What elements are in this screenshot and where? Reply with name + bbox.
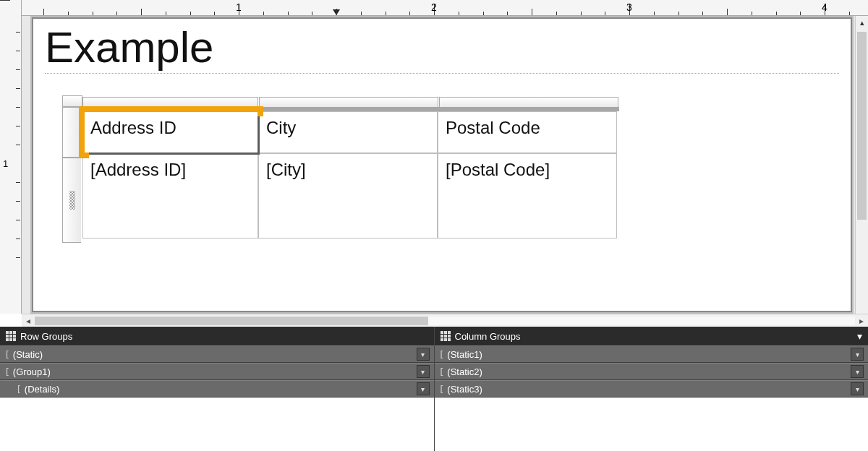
dropdown-icon[interactable]: ▾	[851, 382, 864, 395]
bracket-icon: [	[439, 349, 445, 360]
tablix[interactable]: Address ID City Postal Code [Address ID]…	[62, 95, 619, 239]
dropdown-icon[interactable]: ▾	[851, 365, 864, 378]
scroll-up-icon[interactable]: ▴	[856, 16, 868, 29]
row-group-item[interactable]: [ (Group1) ▾	[0, 363, 434, 380]
row-handle[interactable]	[62, 158, 81, 243]
dropdown-icon[interactable]: ▾	[417, 382, 430, 395]
report-body[interactable]: Example	[33, 19, 851, 311]
row-groups-header[interactable]: Row Groups	[0, 327, 434, 345]
column-group-label: (Static3)	[447, 384, 482, 395]
bracket-icon: [	[16, 384, 22, 395]
column-groups-panel: Column Groups ▾ [ (Static1) ▾ [ (Static2…	[435, 327, 869, 451]
header-cell-city[interactable]: City	[258, 111, 438, 153]
grouping-pane: Row Groups [ (Static) ▾ [ (Group1) ▾ [ (…	[0, 327, 868, 451]
row-group-label: (Static)	[13, 349, 43, 360]
horizontal-ruler: 1234	[22, 0, 868, 16]
row-groups-panel: Row Groups [ (Static) ▾ [ (Group1) ▾ [ (…	[0, 327, 435, 451]
column-groups-header[interactable]: Column Groups ▾	[435, 327, 869, 345]
data-cell-postal-code[interactable]: [Postal Code]	[438, 153, 617, 239]
ruler-label: 2	[431, 1, 437, 13]
header-cell-address-id[interactable]: Address ID	[82, 111, 258, 153]
column-handle[interactable]	[439, 97, 618, 107]
column-group-label: (Static2)	[447, 366, 482, 377]
design-surface[interactable]: Example	[22, 16, 868, 314]
row-group-label: (Group1)	[13, 366, 51, 377]
horizontal-scrollbar[interactable]: ◂ ▸	[22, 314, 868, 327]
row-groups-label: Row Groups	[20, 331, 72, 342]
vruler-label-1: 1	[3, 158, 8, 169]
report-title-textbox[interactable]: Example	[45, 25, 839, 70]
ruler-label: 1	[236, 1, 242, 13]
tablix-corner-handle[interactable]	[62, 95, 82, 107]
dropdown-icon[interactable]: ▾	[417, 365, 430, 378]
grid-icon	[441, 331, 451, 341]
row-group-item[interactable]: [ (Static) ▾	[0, 345, 434, 363]
header-text: Address ID	[90, 118, 176, 137]
bracket-icon: [	[439, 366, 445, 377]
bracket-icon: [	[439, 384, 445, 395]
bracket-icon: [	[4, 349, 10, 360]
panel-menu-icon[interactable]: ▾	[857, 330, 862, 342]
ruler-label: 3	[626, 1, 632, 13]
column-handle[interactable]	[82, 97, 258, 107]
title-divider	[45, 73, 839, 74]
vertical-scrollbar[interactable]: ▴	[855, 16, 868, 314]
row-group-label: (Details)	[25, 384, 59, 395]
dropdown-icon[interactable]: ▾	[417, 348, 430, 361]
scroll-right-icon[interactable]: ▸	[855, 314, 868, 327]
column-group-item[interactable]: [ (Static2) ▾	[435, 363, 869, 380]
scroll-left-icon[interactable]: ◂	[22, 314, 35, 327]
data-cell-address-id[interactable]: [Address ID]	[82, 153, 258, 239]
column-handle[interactable]	[259, 97, 438, 107]
header-cell-postal-code[interactable]: Postal Code	[438, 111, 617, 153]
column-groups-label: Column Groups	[455, 331, 521, 342]
column-group-item[interactable]: [ (Static3) ▾	[435, 380, 869, 398]
row-drag-grip-icon[interactable]	[69, 191, 75, 210]
vertical-ruler: 1	[0, 0, 22, 314]
data-cell-city[interactable]: [City]	[258, 153, 438, 239]
column-group-item[interactable]: [ (Static1) ▾	[435, 345, 869, 363]
bracket-icon: [	[4, 366, 10, 377]
ruler-label: 4	[822, 1, 827, 13]
row-group-item[interactable]: [ (Details) ▾	[0, 380, 434, 398]
dropdown-icon[interactable]: ▾	[851, 348, 864, 361]
hscroll-thumb[interactable]	[35, 317, 428, 325]
vscroll-thumb[interactable]	[857, 32, 867, 220]
grid-icon	[6, 331, 16, 341]
column-group-label: (Static1)	[447, 349, 482, 360]
